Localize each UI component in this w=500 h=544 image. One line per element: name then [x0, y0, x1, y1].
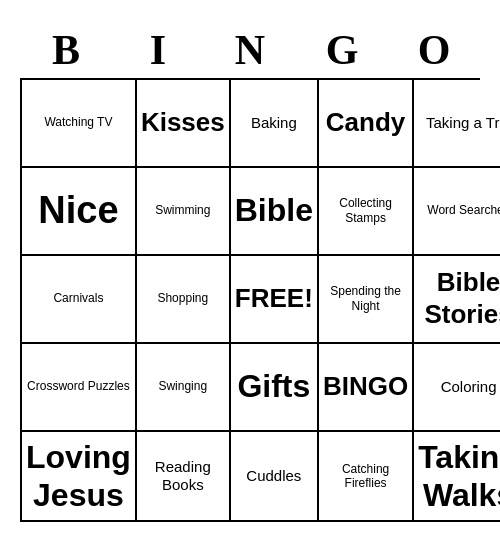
cell-text: Bible Stories — [418, 267, 500, 329]
cell-text: Gifts — [237, 367, 310, 405]
cell-text: Watching TV — [44, 115, 112, 129]
bingo-cell: Swimming — [137, 168, 231, 256]
cell-text: Shopping — [157, 291, 208, 305]
cell-text: Taking Walks — [418, 438, 500, 515]
header-letter: N — [204, 22, 296, 78]
bingo-card: BINGO Watching TVKissesBakingCandyTaking… — [20, 22, 480, 523]
bingo-cell: Catching Fireflies — [319, 432, 414, 523]
bingo-cell: Carnivals — [22, 256, 137, 344]
cell-text: Cuddles — [246, 467, 301, 485]
cell-text: Taking a Trip — [426, 114, 500, 132]
bingo-cell: BINGO — [319, 344, 414, 432]
bingo-cell: Loving Jesus — [22, 432, 137, 523]
bingo-cell: Candy — [319, 80, 414, 168]
bingo-cell: Coloring — [414, 344, 500, 432]
bingo-cell: Shopping — [137, 256, 231, 344]
bingo-cell: Baking — [231, 80, 319, 168]
header-letter: O — [388, 22, 480, 78]
bingo-cell: Collecting Stamps — [319, 168, 414, 256]
cell-text: Catching Fireflies — [323, 462, 408, 491]
cell-text: Spending the Night — [323, 284, 408, 313]
bingo-cell: Taking Walks — [414, 432, 500, 523]
cell-text: Crossword Puzzles — [27, 379, 130, 393]
cell-text: Coloring — [441, 378, 497, 396]
cell-text: Kisses — [141, 107, 225, 138]
bingo-cell: Cuddles — [231, 432, 319, 523]
bingo-cell: Kisses — [137, 80, 231, 168]
bingo-cell: Bible — [231, 168, 319, 256]
bingo-cell: Nice — [22, 168, 137, 256]
bingo-cell: Crossword Puzzles — [22, 344, 137, 432]
cell-text: Reading Books — [141, 458, 225, 494]
cell-text: Bible — [235, 191, 313, 229]
bingo-cell: Bible Stories — [414, 256, 500, 344]
header-letter: I — [112, 22, 204, 78]
bingo-cell: Watching TV — [22, 80, 137, 168]
cell-text: BINGO — [323, 371, 408, 402]
cell-text: Swinging — [158, 379, 207, 393]
bingo-cell: Swinging — [137, 344, 231, 432]
bingo-grid: Watching TVKissesBakingCandyTaking a Tri… — [20, 78, 480, 523]
cell-text: Word Searches — [427, 203, 500, 217]
cell-text: FREE! — [235, 283, 313, 314]
cell-text: Carnivals — [53, 291, 103, 305]
cell-text: Loving Jesus — [26, 438, 131, 515]
bingo-cell: Reading Books — [137, 432, 231, 523]
cell-text: Baking — [251, 114, 297, 132]
bingo-cell: Spending the Night — [319, 256, 414, 344]
cell-text: Swimming — [155, 203, 210, 217]
bingo-header: BINGO — [20, 22, 480, 78]
bingo-cell: FREE! — [231, 256, 319, 344]
cell-text: Candy — [326, 107, 405, 138]
bingo-cell: Word Searches — [414, 168, 500, 256]
bingo-cell: Gifts — [231, 344, 319, 432]
header-letter: B — [20, 22, 112, 78]
header-letter: G — [296, 22, 388, 78]
cell-text: Nice — [38, 188, 118, 234]
cell-text: Collecting Stamps — [323, 196, 408, 225]
bingo-cell: Taking a Trip — [414, 80, 500, 168]
